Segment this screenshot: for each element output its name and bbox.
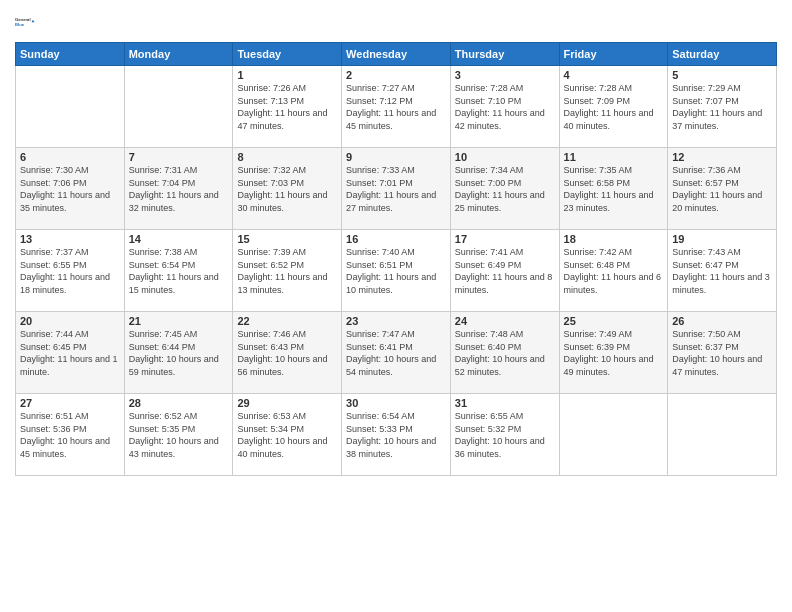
calendar-cell: 25Sunrise: 7:49 AM Sunset: 6:39 PM Dayli… [559,312,668,394]
weekday-header-wednesday: Wednesday [342,43,451,66]
day-info: Sunrise: 7:50 AM Sunset: 6:37 PM Dayligh… [672,328,772,378]
day-number: 1 [237,69,337,81]
calendar-cell [668,394,777,476]
calendar-cell: 18Sunrise: 7:42 AM Sunset: 6:48 PM Dayli… [559,230,668,312]
calendar-cell: 14Sunrise: 7:38 AM Sunset: 6:54 PM Dayli… [124,230,233,312]
day-number: 31 [455,397,555,409]
calendar-cell: 19Sunrise: 7:43 AM Sunset: 6:47 PM Dayli… [668,230,777,312]
day-number: 30 [346,397,446,409]
day-number: 13 [20,233,120,245]
day-number: 6 [20,151,120,163]
calendar-cell: 7Sunrise: 7:31 AM Sunset: 7:04 PM Daylig… [124,148,233,230]
day-number: 23 [346,315,446,327]
day-number: 8 [237,151,337,163]
calendar-cell: 10Sunrise: 7:34 AM Sunset: 7:00 PM Dayli… [450,148,559,230]
day-info: Sunrise: 6:51 AM Sunset: 5:36 PM Dayligh… [20,410,120,460]
day-info: Sunrise: 7:31 AM Sunset: 7:04 PM Dayligh… [129,164,229,214]
day-info: Sunrise: 7:29 AM Sunset: 7:07 PM Dayligh… [672,82,772,132]
weekday-header-row: SundayMondayTuesdayWednesdayThursdayFrid… [16,43,777,66]
calendar-cell: 4Sunrise: 7:28 AM Sunset: 7:09 PM Daylig… [559,66,668,148]
day-number: 29 [237,397,337,409]
day-number: 17 [455,233,555,245]
day-info: Sunrise: 7:48 AM Sunset: 6:40 PM Dayligh… [455,328,555,378]
calendar-cell: 23Sunrise: 7:47 AM Sunset: 6:41 PM Dayli… [342,312,451,394]
calendar-cell: 6Sunrise: 7:30 AM Sunset: 7:06 PM Daylig… [16,148,125,230]
calendar-cell: 5Sunrise: 7:29 AM Sunset: 7:07 PM Daylig… [668,66,777,148]
calendar-cell: 16Sunrise: 7:40 AM Sunset: 6:51 PM Dayli… [342,230,451,312]
day-info: Sunrise: 7:47 AM Sunset: 6:41 PM Dayligh… [346,328,446,378]
calendar-cell: 28Sunrise: 6:52 AM Sunset: 5:35 PM Dayli… [124,394,233,476]
calendar-cell [124,66,233,148]
day-info: Sunrise: 7:40 AM Sunset: 6:51 PM Dayligh… [346,246,446,296]
day-info: Sunrise: 7:37 AM Sunset: 6:55 PM Dayligh… [20,246,120,296]
logo-icon: GeneralBlue [15,10,39,34]
weekday-header-tuesday: Tuesday [233,43,342,66]
calendar-cell: 20Sunrise: 7:44 AM Sunset: 6:45 PM Dayli… [16,312,125,394]
calendar-cell: 12Sunrise: 7:36 AM Sunset: 6:57 PM Dayli… [668,148,777,230]
weekday-header-thursday: Thursday [450,43,559,66]
day-info: Sunrise: 7:33 AM Sunset: 7:01 PM Dayligh… [346,164,446,214]
calendar-cell: 8Sunrise: 7:32 AM Sunset: 7:03 PM Daylig… [233,148,342,230]
day-number: 11 [564,151,664,163]
calendar-table: SundayMondayTuesdayWednesdayThursdayFrid… [15,42,777,476]
day-number: 19 [672,233,772,245]
page: GeneralBlue SundayMondayTuesdayWednesday… [0,0,792,612]
week-row-1: 1Sunrise: 7:26 AM Sunset: 7:13 PM Daylig… [16,66,777,148]
day-info: Sunrise: 7:45 AM Sunset: 6:44 PM Dayligh… [129,328,229,378]
day-info: Sunrise: 7:42 AM Sunset: 6:48 PM Dayligh… [564,246,664,296]
day-info: Sunrise: 7:36 AM Sunset: 6:57 PM Dayligh… [672,164,772,214]
day-number: 20 [20,315,120,327]
day-number: 16 [346,233,446,245]
day-info: Sunrise: 6:53 AM Sunset: 5:34 PM Dayligh… [237,410,337,460]
day-info: Sunrise: 7:43 AM Sunset: 6:47 PM Dayligh… [672,246,772,296]
calendar-cell: 3Sunrise: 7:28 AM Sunset: 7:10 PM Daylig… [450,66,559,148]
day-info: Sunrise: 6:52 AM Sunset: 5:35 PM Dayligh… [129,410,229,460]
day-info: Sunrise: 7:46 AM Sunset: 6:43 PM Dayligh… [237,328,337,378]
calendar-cell: 21Sunrise: 7:45 AM Sunset: 6:44 PM Dayli… [124,312,233,394]
day-info: Sunrise: 6:55 AM Sunset: 5:32 PM Dayligh… [455,410,555,460]
day-info: Sunrise: 7:41 AM Sunset: 6:49 PM Dayligh… [455,246,555,296]
day-info: Sunrise: 7:49 AM Sunset: 6:39 PM Dayligh… [564,328,664,378]
calendar-cell: 17Sunrise: 7:41 AM Sunset: 6:49 PM Dayli… [450,230,559,312]
calendar-cell [16,66,125,148]
weekday-header-friday: Friday [559,43,668,66]
day-number: 9 [346,151,446,163]
day-info: Sunrise: 7:28 AM Sunset: 7:10 PM Dayligh… [455,82,555,132]
calendar-cell: 24Sunrise: 7:48 AM Sunset: 6:40 PM Dayli… [450,312,559,394]
calendar-cell: 22Sunrise: 7:46 AM Sunset: 6:43 PM Dayli… [233,312,342,394]
day-number: 14 [129,233,229,245]
svg-text:Blue: Blue [15,22,25,27]
weekday-header-saturday: Saturday [668,43,777,66]
day-info: Sunrise: 7:32 AM Sunset: 7:03 PM Dayligh… [237,164,337,214]
day-number: 18 [564,233,664,245]
day-number: 21 [129,315,229,327]
week-row-5: 27Sunrise: 6:51 AM Sunset: 5:36 PM Dayli… [16,394,777,476]
calendar-cell: 30Sunrise: 6:54 AM Sunset: 5:33 PM Dayli… [342,394,451,476]
day-info: Sunrise: 7:38 AM Sunset: 6:54 PM Dayligh… [129,246,229,296]
weekday-header-monday: Monday [124,43,233,66]
day-number: 4 [564,69,664,81]
day-number: 27 [20,397,120,409]
day-number: 15 [237,233,337,245]
day-info: Sunrise: 6:54 AM Sunset: 5:33 PM Dayligh… [346,410,446,460]
day-number: 7 [129,151,229,163]
day-info: Sunrise: 7:26 AM Sunset: 7:13 PM Dayligh… [237,82,337,132]
week-row-4: 20Sunrise: 7:44 AM Sunset: 6:45 PM Dayli… [16,312,777,394]
calendar-cell: 27Sunrise: 6:51 AM Sunset: 5:36 PM Dayli… [16,394,125,476]
day-number: 24 [455,315,555,327]
week-row-3: 13Sunrise: 7:37 AM Sunset: 6:55 PM Dayli… [16,230,777,312]
week-row-2: 6Sunrise: 7:30 AM Sunset: 7:06 PM Daylig… [16,148,777,230]
day-info: Sunrise: 7:27 AM Sunset: 7:12 PM Dayligh… [346,82,446,132]
calendar-cell: 1Sunrise: 7:26 AM Sunset: 7:13 PM Daylig… [233,66,342,148]
day-number: 25 [564,315,664,327]
day-number: 28 [129,397,229,409]
day-info: Sunrise: 7:34 AM Sunset: 7:00 PM Dayligh… [455,164,555,214]
day-info: Sunrise: 7:30 AM Sunset: 7:06 PM Dayligh… [20,164,120,214]
day-number: 10 [455,151,555,163]
day-info: Sunrise: 7:44 AM Sunset: 6:45 PM Dayligh… [20,328,120,378]
calendar-cell: 9Sunrise: 7:33 AM Sunset: 7:01 PM Daylig… [342,148,451,230]
svg-marker-2 [32,20,35,22]
day-number: 3 [455,69,555,81]
svg-text:General: General [15,17,31,22]
day-info: Sunrise: 7:39 AM Sunset: 6:52 PM Dayligh… [237,246,337,296]
